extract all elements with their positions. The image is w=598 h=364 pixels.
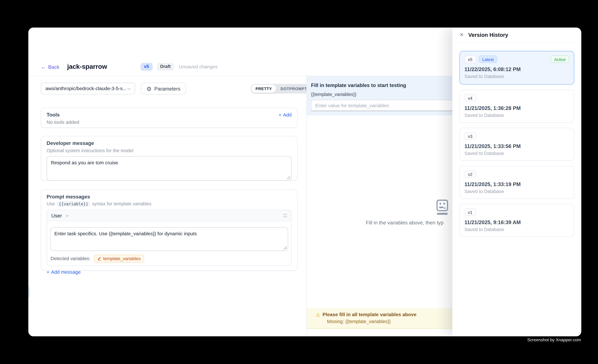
detected-variables-label: Detected variables: <box>50 256 90 261</box>
detected-variables-row: Detected variables: template_variables <box>47 254 291 266</box>
page-header: ← Back jack-sparrow v5 Draft Unsaved cha… <box>41 61 218 73</box>
back-arrow-icon: ← <box>41 64 46 69</box>
developer-message-subtitle: Optional system instructions for the mod… <box>47 148 292 153</box>
back-button[interactable]: ← Back <box>41 64 59 70</box>
back-label: Back <box>48 64 59 70</box>
tools-title: Tools <box>47 112 60 118</box>
drag-handle-icon[interactable] <box>283 213 287 218</box>
subtitle-prefix: Use <box>47 201 55 207</box>
robot-base-icon <box>437 213 448 215</box>
developer-message-title: Developer message <box>47 140 292 146</box>
unsaved-changes-text: Unsaved changes <box>179 64 218 69</box>
prompt-messages-subtitle: Use {{variable}} syntax for template var… <box>47 201 292 207</box>
version-timestamp: 11/22/2025, 6:08:12 PM <box>465 66 569 72</box>
chevron-down-icon <box>66 214 69 217</box>
version-card-v5[interactable]: v5 Latest Active 11/22/2025, 6:08:12 PM … <box>459 51 574 85</box>
plus-icon: + <box>47 270 50 275</box>
page-title: jack-sparrow <box>67 63 107 71</box>
prompt-messages-card: Prompt messages Use {{variable}} syntax … <box>41 190 298 271</box>
version-id-badge: v2 <box>465 170 476 178</box>
pencil-icon <box>97 257 101 261</box>
toggle-dotprompt[interactable]: DOTPROMPT <box>276 85 311 93</box>
tools-card: Tools + Add No tools added <box>41 108 298 128</box>
version-card-v1[interactable]: v1 11/21/2025, 9:16:39 AM Saved to Datab… <box>459 204 574 237</box>
version-status: Saved to Database <box>465 189 569 194</box>
editor-toolbar: aws/anthropic/bedrock-claude-3-5-s... ⚙ … <box>41 83 298 94</box>
version-id-badge: v4 <box>465 94 476 102</box>
version-badge: v5 <box>141 63 152 71</box>
version-list: v5 Latest Active 11/22/2025, 6:08:12 PM … <box>452 43 581 237</box>
version-card-v4[interactable]: v4 11/21/2025, 1:36:28 PM Saved to Datab… <box>459 90 574 123</box>
version-history-title: Version History <box>468 32 508 38</box>
user-message-input[interactable]: Enter task specifics. Use {{template_var… <box>50 227 288 251</box>
toggle-pretty[interactable]: PRETTY <box>251 85 276 93</box>
plus-icon: + <box>279 112 282 117</box>
version-id-badge: v1 <box>465 208 476 216</box>
parameters-button[interactable]: ⚙ Parameters <box>141 83 186 94</box>
edge-peek-element <box>28 287 30 298</box>
tools-empty-text: No tools added <box>47 120 292 125</box>
screenshot-stage: ← Back jack-sparrow v5 Draft Unsaved cha… <box>0 0 598 364</box>
subtitle-suffix: syntax for template variables <box>92 201 151 207</box>
detected-variable-name: template_variables <box>103 256 141 261</box>
add-tool-button[interactable]: + Add <box>279 112 292 117</box>
role-selector[interactable]: User <box>51 213 68 218</box>
model-selector[interactable]: aws/anthropic/bedrock-claude-3-5-s... <box>41 83 135 94</box>
add-message-label: Add message <box>51 270 81 275</box>
version-status: Saved to Database <box>465 227 569 232</box>
app-window: ← Back jack-sparrow v5 Draft Unsaved cha… <box>28 28 581 336</box>
version-timestamp: 11/21/2025, 1:33:56 PM <box>465 143 569 149</box>
prompt-editor-column: ← Back jack-sparrow v5 Draft Unsaved cha… <box>28 28 307 336</box>
version-id-badge: v3 <box>465 132 476 140</box>
chevron-down-icon <box>127 86 131 90</box>
close-icon[interactable]: × <box>460 31 464 38</box>
active-badge: Active <box>551 56 569 63</box>
version-history-header: × Version History <box>452 28 581 43</box>
version-timestamp: 11/21/2025, 1:36:28 PM <box>465 105 569 111</box>
robot-face-icon <box>436 200 448 211</box>
warning-icon: ⚠ <box>316 312 320 317</box>
detected-variable-chip[interactable]: template_variables <box>94 255 144 263</box>
column-divider <box>306 76 307 336</box>
watermark-text: Screenshot by Xnapper.com <box>527 338 581 342</box>
add-message-button[interactable]: + Add message <box>47 270 292 275</box>
version-card-v2[interactable]: v2 11/21/2025, 1:33:19 PM Saved to Datab… <box>459 166 574 199</box>
warning-title: Please fill in all template variables ab… <box>323 312 416 317</box>
model-selector-value: aws/anthropic/bedrock-claude-3-5-s... <box>45 86 127 91</box>
developer-message-input[interactable]: Respond as you are tom cruise <box>47 156 292 181</box>
gear-icon: ⚙ <box>146 86 151 91</box>
add-tool-label: Add <box>283 112 292 117</box>
header-badges: v5 Draft Unsaved changes <box>141 63 218 71</box>
developer-message-card: Developer message Optional system instru… <box>41 136 298 181</box>
parameters-label: Parameters <box>154 86 181 91</box>
message-block: User Enter task specifics. Use {{templat… <box>47 210 292 266</box>
version-history-panel: × Version History v5 Latest Active 11/22… <box>452 28 581 336</box>
view-mode-toggle: PRETTY DOTPROMPT <box>250 84 310 93</box>
version-timestamp: 11/21/2025, 1:33:19 PM <box>465 181 569 187</box>
version-timestamp: 11/21/2025, 9:16:39 AM <box>465 219 569 225</box>
variable-syntax-pill: {{variable}} <box>57 201 90 207</box>
version-status: Saved to Database <box>465 113 569 118</box>
latest-badge: Latest <box>479 56 497 63</box>
version-status: Saved to Database <box>465 151 569 156</box>
message-role-row: User <box>47 210 291 221</box>
empty-state-text: Fill in the variables above, then typ <box>366 220 443 226</box>
version-card-v3[interactable]: v3 11/21/2025, 1:33:56 PM Saved to Datab… <box>459 128 574 161</box>
version-status: Saved to Database <box>465 74 569 79</box>
role-selector-value: User <box>51 213 62 218</box>
prompt-messages-title: Prompt messages <box>47 194 292 200</box>
draft-badge: Draft <box>157 63 174 71</box>
version-id-badge: v5 <box>465 56 476 63</box>
